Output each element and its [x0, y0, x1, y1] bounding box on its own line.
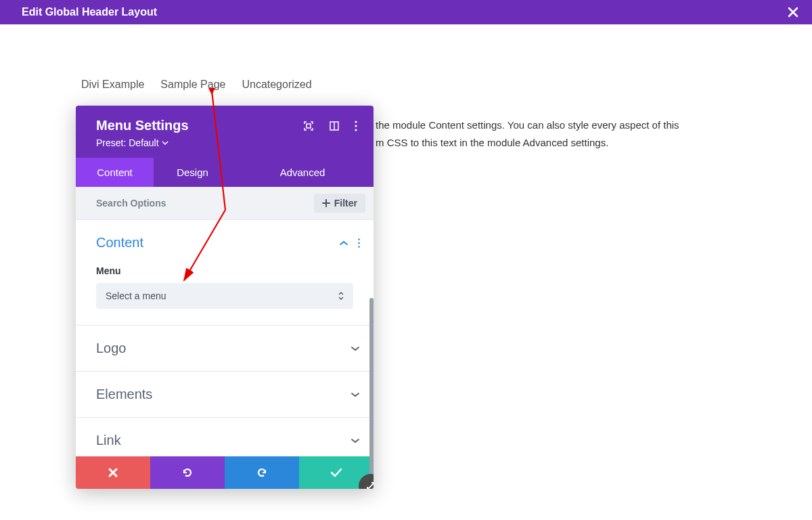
section-content-header[interactable]: Content	[76, 220, 374, 265]
svg-point-5	[355, 129, 357, 131]
menu-select[interactable]: Select a menu	[96, 283, 353, 309]
search-row: Search Options Filter	[76, 187, 374, 220]
tab-advanced[interactable]: Advanced	[231, 158, 374, 187]
background-text: the module Content settings. You can als…	[376, 116, 679, 151]
svg-point-4	[355, 125, 357, 127]
svg-rect-0	[307, 124, 311, 128]
section-link-header[interactable]: Link	[76, 418, 374, 456]
cancel-button[interactable]	[76, 456, 150, 489]
undo-button[interactable]	[150, 456, 225, 489]
close-icon[interactable]	[785, 4, 801, 20]
top-bar: Edit Global Header Layout	[0, 0, 812, 24]
menu-field-label: Menu	[96, 265, 353, 276]
filter-button[interactable]: Filter	[314, 194, 365, 213]
chevron-down-icon	[351, 438, 360, 443]
chevron-down-icon	[351, 346, 360, 351]
tab-content[interactable]: Content	[76, 158, 154, 187]
preset-selector[interactable]: Preset: Default	[96, 137, 189, 148]
svg-point-6	[358, 238, 360, 240]
columns-icon[interactable]	[329, 121, 340, 131]
section-elements: Elements	[76, 372, 374, 418]
svg-point-7	[358, 242, 360, 244]
section-link: Link	[76, 418, 374, 456]
tabs: Content Design Advanced	[76, 158, 374, 187]
scrollbar[interactable]	[369, 298, 374, 474]
nav-item-uncategorized[interactable]: Uncategorized	[242, 79, 311, 91]
redo-button[interactable]	[225, 456, 299, 489]
panel-header: Menu Settings Preset: Default	[76, 106, 374, 158]
section-logo: Logo	[76, 326, 374, 372]
tab-design[interactable]: Design	[154, 158, 231, 187]
search-input[interactable]: Search Options	[96, 198, 166, 209]
bottom-actions	[76, 456, 374, 489]
nav-menu: Divi Example Sample Page Uncategorized	[81, 79, 812, 91]
svg-point-8	[358, 246, 360, 248]
select-arrows-icon	[338, 292, 344, 300]
section-logo-header[interactable]: Logo	[76, 326, 374, 371]
settings-panel: Menu Settings Preset: Default Content De…	[76, 106, 374, 489]
section-content: Content Menu Select a menu	[76, 220, 374, 326]
panel-title: Menu Settings	[96, 118, 189, 133]
section-more-icon[interactable]	[358, 238, 360, 248]
nav-item-sample[interactable]: Sample Page	[160, 79, 225, 91]
more-icon[interactable]	[355, 121, 357, 131]
chevron-up-icon	[339, 240, 348, 246]
nav-item-divi[interactable]: Divi Example	[81, 79, 144, 91]
section-elements-header[interactable]: Elements	[76, 372, 374, 417]
svg-point-3	[355, 121, 357, 123]
chevron-down-icon	[351, 392, 360, 397]
expand-icon[interactable]	[303, 121, 314, 131]
top-bar-title: Edit Global Header Layout	[22, 6, 157, 18]
